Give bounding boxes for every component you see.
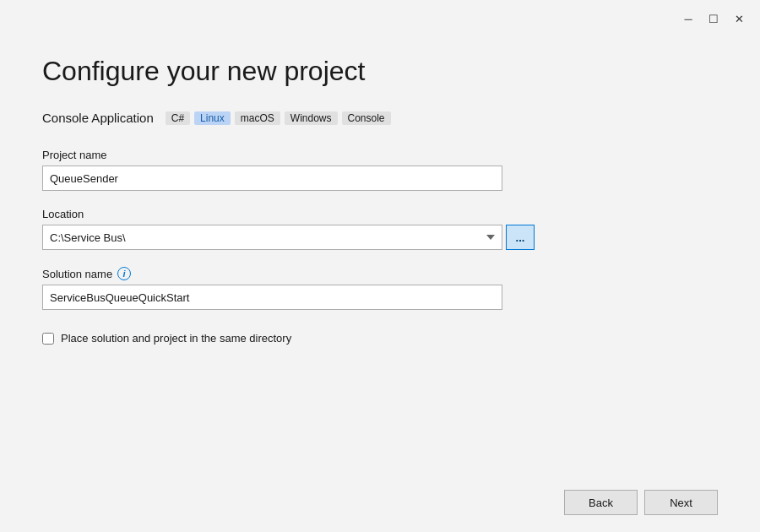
project-name-label: Project name xyxy=(42,149,718,161)
solution-name-label: Solution name xyxy=(42,268,112,280)
browse-button[interactable]: ... xyxy=(506,225,535,250)
same-directory-checkbox[interactable] xyxy=(42,333,54,345)
back-button[interactable]: Back xyxy=(564,490,638,515)
minimize-button[interactable]: ─ xyxy=(676,9,701,28)
same-directory-row: Place solution and project in the same d… xyxy=(42,332,718,345)
app-type-name: Console Application xyxy=(42,111,154,125)
location-row: C:\Service Bus\ ... xyxy=(42,225,718,250)
solution-name-label-row: Solution name i xyxy=(42,267,718,280)
same-directory-label[interactable]: Place solution and project in the same d… xyxy=(61,332,291,345)
solution-name-group: Solution name i xyxy=(42,267,718,310)
app-type-row: Console Application C# Linux macOS Windo… xyxy=(42,111,718,125)
tag-console: Console xyxy=(342,111,391,125)
title-bar: ─ ☐ ✕ xyxy=(0,0,760,30)
project-name-group: Project name xyxy=(42,149,718,191)
tag-macos: macOS xyxy=(235,111,280,125)
configure-project-window: ─ ☐ ✕ Configure your new project Console… xyxy=(0,0,760,532)
tag-windows: Windows xyxy=(285,111,338,125)
tag-csharp: C# xyxy=(166,111,190,125)
tag-linux: Linux xyxy=(194,111,231,125)
location-label: Location xyxy=(42,208,718,220)
footer: Back Next xyxy=(0,490,760,532)
main-content: Configure your new project Console Appli… xyxy=(0,30,760,490)
project-name-input[interactable] xyxy=(42,166,502,191)
location-group: Location C:\Service Bus\ ... xyxy=(42,208,718,250)
next-button[interactable]: Next xyxy=(644,490,718,515)
location-select[interactable]: C:\Service Bus\ xyxy=(42,225,502,250)
maximize-button[interactable]: ☐ xyxy=(701,9,726,28)
page-title: Configure your new project xyxy=(42,56,718,87)
close-button[interactable]: ✕ xyxy=(726,9,752,28)
solution-name-input[interactable] xyxy=(42,285,502,310)
info-icon: i xyxy=(117,267,131,280)
